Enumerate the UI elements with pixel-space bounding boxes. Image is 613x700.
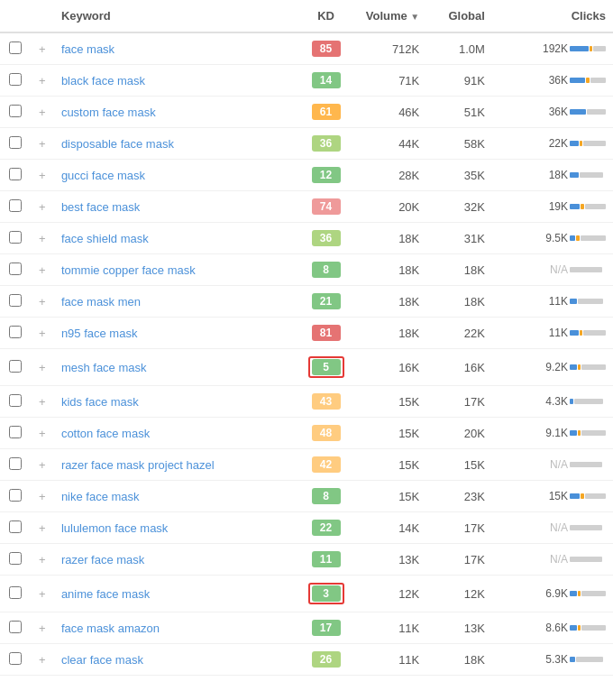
- row-checkbox-cell[interactable]: [0, 418, 31, 449]
- add-keyword-button[interactable]: +: [31, 128, 54, 160]
- keyword-link[interactable]: black face mask: [61, 74, 145, 88]
- table-row: +best face mask7420K32K19K: [0, 191, 613, 223]
- row-checkbox[interactable]: [9, 621, 22, 633]
- row-checkbox-cell[interactable]: [0, 612, 31, 644]
- row-checkbox[interactable]: [9, 552, 22, 565]
- add-keyword-button[interactable]: +: [31, 223, 54, 254]
- keyword-link[interactable]: n95 face mask: [61, 327, 138, 340]
- row-checkbox-cell[interactable]: [0, 449, 31, 481]
- add-keyword-button[interactable]: +: [31, 318, 54, 349]
- add-keyword-button[interactable]: +: [31, 644, 54, 676]
- row-checkbox[interactable]: [9, 168, 22, 180]
- keyword-link[interactable]: face mask amazon: [61, 622, 160, 635]
- row-checkbox-cell[interactable]: [0, 286, 31, 318]
- keyword-link[interactable]: nike face mask: [61, 490, 140, 503]
- row-checkbox[interactable]: [9, 199, 22, 212]
- row-checkbox-cell[interactable]: [0, 318, 31, 349]
- add-keyword-button[interactable]: +: [31, 481, 54, 512]
- row-checkbox[interactable]: [9, 262, 22, 275]
- keyword-link[interactable]: gucci face mask: [61, 169, 145, 182]
- add-keyword-button[interactable]: +: [31, 191, 54, 223]
- row-checkbox-cell[interactable]: [0, 576, 31, 612]
- keyword-link[interactable]: kids face mask: [61, 395, 139, 409]
- row-checkbox[interactable]: [9, 41, 22, 54]
- row-checkbox-cell[interactable]: [0, 97, 31, 128]
- add-keyword-button[interactable]: +: [31, 544, 54, 576]
- row-checkbox[interactable]: [9, 489, 22, 502]
- kd-cell: 17: [296, 612, 356, 644]
- add-keyword-button[interactable]: +: [31, 286, 54, 318]
- volume-sort-arrow: ▼: [410, 12, 419, 22]
- bar-yellow: [578, 625, 581, 631]
- add-keyword-button[interactable]: +: [31, 449, 54, 481]
- row-checkbox[interactable]: [9, 394, 22, 407]
- keyword-cell: n95 face mask: [54, 318, 296, 349]
- row-checkbox[interactable]: [9, 105, 22, 117]
- row-checkbox[interactable]: [9, 586, 22, 599]
- add-keyword-button[interactable]: +: [31, 97, 54, 128]
- row-checkbox-cell[interactable]: [0, 349, 31, 386]
- row-checkbox-cell[interactable]: [0, 223, 31, 254]
- row-checkbox[interactable]: [9, 652, 22, 665]
- keyword-link[interactable]: mesh face mask: [61, 361, 147, 374]
- bar-gray: [576, 657, 603, 662]
- mini-bar-wrap: [570, 399, 606, 404]
- keyword-cell: mesh face mask: [54, 349, 296, 386]
- row-checkbox-cell[interactable]: [0, 644, 31, 676]
- add-keyword-button[interactable]: +: [31, 512, 54, 544]
- keyword-link[interactable]: disposable face mask: [61, 137, 174, 151]
- keyword-link[interactable]: anime face mask: [61, 587, 150, 601]
- bar-blue: [570, 330, 579, 336]
- row-checkbox[interactable]: [9, 360, 22, 373]
- keyword-link[interactable]: razer face mask: [61, 553, 144, 566]
- row-checkbox-cell[interactable]: [0, 544, 31, 576]
- row-checkbox[interactable]: [9, 136, 22, 149]
- keyword-link[interactable]: best face mask: [61, 200, 140, 214]
- add-keyword-button[interactable]: +: [31, 349, 54, 386]
- row-checkbox[interactable]: [9, 426, 22, 438]
- kd-badge: 17: [312, 620, 341, 636]
- add-keyword-button[interactable]: +: [31, 576, 54, 612]
- bar-yellow: [576, 235, 580, 241]
- add-keyword-button[interactable]: +: [31, 254, 54, 286]
- keyword-link[interactable]: cotton face mask: [61, 427, 150, 440]
- add-keyword-button[interactable]: +: [31, 418, 54, 449]
- keyword-link[interactable]: custom face mask: [61, 106, 156, 119]
- row-checkbox[interactable]: [9, 231, 22, 244]
- keyword-cell: black face mask: [54, 65, 296, 97]
- row-checkbox[interactable]: [9, 294, 22, 307]
- keyword-link[interactable]: face shield mask: [61, 232, 149, 245]
- row-checkbox-cell[interactable]: [0, 512, 31, 544]
- row-checkbox[interactable]: [9, 520, 22, 533]
- add-keyword-button[interactable]: +: [31, 32, 54, 65]
- keyword-link[interactable]: clear face mask: [61, 653, 143, 667]
- row-checkbox-cell[interactable]: [0, 160, 31, 191]
- mini-bar-wrap: [570, 267, 606, 272]
- row-checkbox-cell[interactable]: [0, 481, 31, 512]
- add-keyword-button[interactable]: +: [31, 386, 54, 418]
- row-checkbox-cell[interactable]: [0, 65, 31, 97]
- keyword-link[interactable]: lululemon face mask: [61, 521, 169, 535]
- add-keyword-button[interactable]: +: [31, 612, 54, 644]
- add-keyword-button[interactable]: +: [31, 65, 54, 97]
- keyword-link[interactable]: face mask men: [61, 295, 141, 309]
- keyword-link[interactable]: tommie copper face mask: [61, 263, 196, 277]
- keyword-cell: face shield mask: [54, 223, 296, 254]
- add-keyword-button[interactable]: +: [31, 160, 54, 191]
- row-checkbox-cell[interactable]: [0, 254, 31, 286]
- row-checkbox[interactable]: [9, 326, 22, 338]
- clicks-cell: 15K: [492, 481, 613, 512]
- keyword-cell: razer face mask project hazel: [54, 449, 296, 481]
- row-checkbox-cell[interactable]: [0, 386, 31, 418]
- table-row: +anime face mask312K12K6.9K: [0, 576, 613, 612]
- row-checkbox-cell[interactable]: [0, 32, 31, 65]
- row-checkbox[interactable]: [9, 457, 22, 470]
- keyword-link[interactable]: face mask: [61, 42, 114, 56]
- header-volume[interactable]: Volume ▼: [356, 0, 426, 32]
- bar-yellow: [581, 204, 584, 209]
- row-checkbox-cell[interactable]: [0, 128, 31, 160]
- keyword-link[interactable]: razer face mask project hazel: [61, 458, 215, 472]
- row-checkbox-cell[interactable]: [0, 191, 31, 223]
- kd-badge: 26: [312, 651, 341, 668]
- row-checkbox[interactable]: [9, 73, 22, 86]
